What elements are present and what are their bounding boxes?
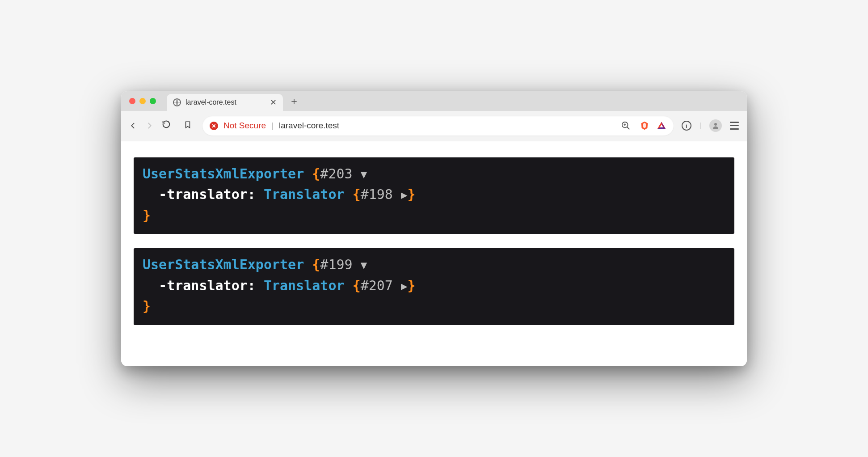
maximize-window-button[interactable] (150, 98, 156, 104)
brave-shields-icon[interactable] (640, 121, 649, 131)
bookmark-button[interactable] (184, 120, 192, 132)
menu-button[interactable] (730, 122, 739, 130)
expand-toggle-icon[interactable]: ▶ (401, 189, 407, 201)
browser-window: laravel-core.test ✕ ＋ Not Secure | larav… (121, 91, 747, 366)
open-brace: { (353, 278, 361, 293)
visibility-modifier: - (159, 186, 167, 202)
dump-class-name[interactable]: UserStatsXmlExporter (143, 257, 304, 272)
close-brace: } (407, 278, 415, 293)
forward-button[interactable] (145, 122, 153, 130)
open-brace: { (312, 166, 320, 182)
collapse-toggle-icon[interactable]: ▼ (361, 259, 367, 271)
site-info-button[interactable]: i (682, 121, 691, 131)
profile-button[interactable] (709, 119, 722, 132)
new-tab-button[interactable]: ＋ (289, 94, 299, 108)
bat-rewards-icon[interactable] (657, 121, 666, 131)
not-secure-label: Not Secure (223, 121, 266, 131)
close-window-button[interactable] (129, 98, 135, 104)
browser-toolbar: Not Secure | laravel-core.test i | (121, 111, 747, 141)
address-bar[interactable]: Not Secure | laravel-core.test (202, 116, 674, 135)
zoom-button[interactable] (621, 121, 631, 131)
back-button[interactable] (129, 122, 137, 130)
open-brace: { (312, 257, 320, 272)
property-type[interactable]: Translator (264, 186, 345, 202)
reload-button[interactable] (161, 119, 171, 132)
page-content: UserStatsXmlExporter {#203 ▼ -translator… (121, 141, 747, 366)
minimize-window-button[interactable] (139, 98, 146, 104)
object-id: #207 (361, 278, 393, 293)
address-url: laravel-core.test (279, 121, 339, 131)
toolbar-separator: | (699, 122, 701, 130)
close-brace: } (143, 298, 151, 314)
collapse-toggle-icon[interactable]: ▼ (361, 168, 367, 181)
not-secure-icon (210, 122, 218, 130)
window-controls (129, 98, 156, 104)
close-brace: } (143, 207, 151, 223)
svg-point-1 (714, 123, 717, 126)
dump-class-name[interactable]: UserStatsXmlExporter (143, 166, 304, 182)
object-id: #199 (320, 257, 352, 272)
property-name: translator (167, 186, 248, 202)
object-id: #198 (361, 186, 393, 202)
globe-icon (173, 98, 181, 106)
address-separator: | (271, 121, 274, 131)
open-brace: { (353, 186, 361, 202)
close-brace: } (407, 186, 415, 202)
browser-tab[interactable]: laravel-core.test ✕ (167, 94, 283, 111)
toolbar-right-controls: i | (682, 119, 739, 132)
tab-bar: laravel-core.test ✕ ＋ (121, 91, 747, 111)
close-tab-button[interactable]: ✕ (270, 97, 277, 107)
tab-title: laravel-core.test (185, 98, 236, 106)
visibility-modifier: - (159, 278, 167, 293)
var-dump-block: UserStatsXmlExporter {#199 ▼ -translator… (134, 248, 734, 325)
object-id: #203 (320, 166, 352, 182)
expand-toggle-icon[interactable]: ▶ (401, 280, 407, 292)
var-dump-block: UserStatsXmlExporter {#203 ▼ -translator… (134, 157, 734, 234)
property-name: translator (167, 278, 248, 293)
property-type[interactable]: Translator (264, 278, 345, 293)
